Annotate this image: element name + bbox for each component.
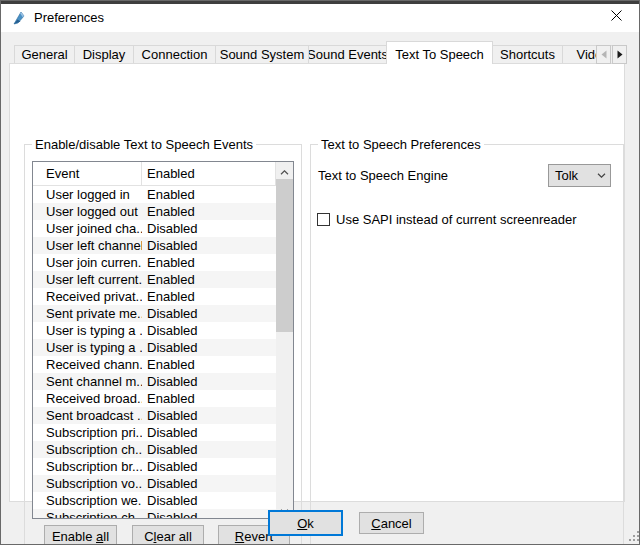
tab-label: Text To Speech [395,47,484,62]
chevron-up-icon [280,163,289,178]
tab-scroll-left-button[interactable] [596,45,611,64]
status-cell: Disabled [142,322,276,339]
titlebar[interactable]: Preferences [1,1,639,32]
close-button[interactable] [594,1,639,32]
table-row[interactable]: User is typing a ...Disabled [33,322,276,339]
table-row[interactable]: Sent private me...Disabled [33,305,276,322]
status-cell: Enabled [142,254,276,271]
event-cell: Subscription vo... [33,475,142,492]
table-row[interactable]: User join curren...Enabled [33,254,276,271]
event-cell: User is typing a ... [33,322,142,339]
table-row[interactable]: Subscription vo...Disabled [33,475,276,492]
arrow-left-icon [601,47,607,62]
table-row[interactable]: Sent channel m...Disabled [33,373,276,390]
table-header[interactable]: Event Enabled [33,162,276,186]
table-row[interactable]: User left channelDisabled [33,237,276,254]
event-table-body: Event Enabled User logged inEnabledUser … [33,162,276,518]
event-cell: User joined cha... [33,220,142,237]
status-cell: Disabled [142,441,276,458]
event-cell: User join curren... [33,254,142,271]
tts-engine-dropdown[interactable]: Tolk [548,164,611,187]
table-row[interactable]: Subscription br...Disabled [33,458,276,475]
status-cell: Disabled [142,509,276,518]
event-cell: User left current... [33,271,142,288]
status-cell: Disabled [142,407,276,424]
table-row[interactable]: User is typing a ...Disabled [33,339,276,356]
tab-label: Sound Events [308,47,387,62]
scroll-up-button[interactable] [276,162,293,179]
status-cell: Disabled [142,305,276,322]
column-header-enabled[interactable]: Enabled [142,162,276,185]
table-row[interactable]: User left current...Enabled [33,271,276,288]
table-row[interactable]: User joined cha...Disabled [33,220,276,237]
tts-preferences-groupbox: Text to Speech Preferences [310,144,624,545]
tab-text-to-speech[interactable]: Text To Speech [386,41,493,64]
window-top-edge [1,1,639,4]
status-cell: Disabled [142,220,276,237]
window-title: Preferences [34,10,104,25]
status-cell: Enabled [142,203,276,220]
status-cell: Enabled [142,390,276,407]
tab-bar: GeneralDisplayConnectionSound SystemSoun… [14,41,624,64]
table-row[interactable]: Received privat...Enabled [33,288,276,305]
resize-grip[interactable] [629,531,631,533]
tab-display[interactable]: Display [74,45,134,63]
table-rows: User logged inEnabledUser logged outEnab… [33,186,276,518]
status-cell: Disabled [142,424,276,441]
event-cell: Received privat... [33,288,142,305]
scrollbar[interactable] [276,162,293,518]
tab-shortcuts[interactable]: Shortcuts [492,45,563,63]
status-cell: Disabled [142,339,276,356]
table-row[interactable]: Sent broadcast ...Disabled [33,407,276,424]
status-cell: Disabled [142,475,276,492]
event-cell: User logged out [33,203,142,220]
tab-sound-system[interactable]: Sound System [215,45,309,63]
status-cell: Disabled [142,373,276,390]
event-table[interactable]: Event Enabled User logged inEnabledUser … [32,161,294,519]
table-row[interactable]: Subscription ch...Disabled [33,441,276,458]
table-row[interactable]: User logged inEnabled [33,186,276,203]
tts-engine-value: Tolk [549,168,592,183]
tab-scroll-right-button[interactable] [612,45,627,64]
table-row[interactable]: Received chann...Enabled [33,356,276,373]
enable-all-button[interactable]: Enable all [44,525,117,545]
tab-connection[interactable]: Connection [133,45,216,63]
preferences-window: Preferences Enable/disable Text to Speec… [0,0,640,545]
cancel-button[interactable]: Cancel [359,512,424,534]
status-cell: Disabled [142,458,276,475]
tab-label: Sound System [220,47,305,62]
table-row[interactable]: Subscription ch...Disabled [33,509,276,518]
event-cell: Sent channel m... [33,373,142,390]
table-row[interactable]: Subscription pri...Disabled [33,424,276,441]
tab-page: Enable/disable Text to Speech Events Eve… [9,63,625,502]
tab-label: Display [83,47,126,62]
sapi-checkbox-label[interactable]: Use SAPI instead of current screenreader [336,212,577,227]
status-cell: Enabled [142,288,276,305]
table-row[interactable]: Received broad...Enabled [33,390,276,407]
sapi-checkbox[interactable] [317,213,330,226]
teamtalk-app-icon [11,10,27,26]
tab-label: Shortcuts [500,47,555,62]
status-cell: Enabled [142,186,276,203]
tab-sound-events[interactable]: Sound Events [308,45,387,63]
event-cell: Subscription ch... [33,441,142,458]
events-group-title: Enable/disable Text to Speech Events [32,137,256,152]
clear-all-button[interactable]: Clear all [132,525,204,545]
table-row[interactable]: User logged outEnabled [33,203,276,220]
arrow-right-icon [617,47,623,62]
tab-label: General [21,47,67,62]
table-row[interactable]: Subscription we...Disabled [33,492,276,509]
event-cell: User is typing a ... [33,339,142,356]
status-cell: Disabled [142,492,276,509]
tts-group-title: Text to Speech Preferences [318,137,484,152]
event-cell: Subscription br... [33,458,142,475]
ok-button[interactable]: Ok [268,510,343,536]
tab-general[interactable]: General [14,45,75,63]
chevron-down-icon [592,173,610,178]
scrollbar-thumb[interactable] [276,179,293,332]
status-cell: Disabled [142,237,276,254]
event-cell: Subscription we... [33,492,142,509]
column-header-event[interactable]: Event [33,162,142,185]
event-cell: Sent private me... [33,305,142,322]
event-cell: Received chann... [33,356,142,373]
